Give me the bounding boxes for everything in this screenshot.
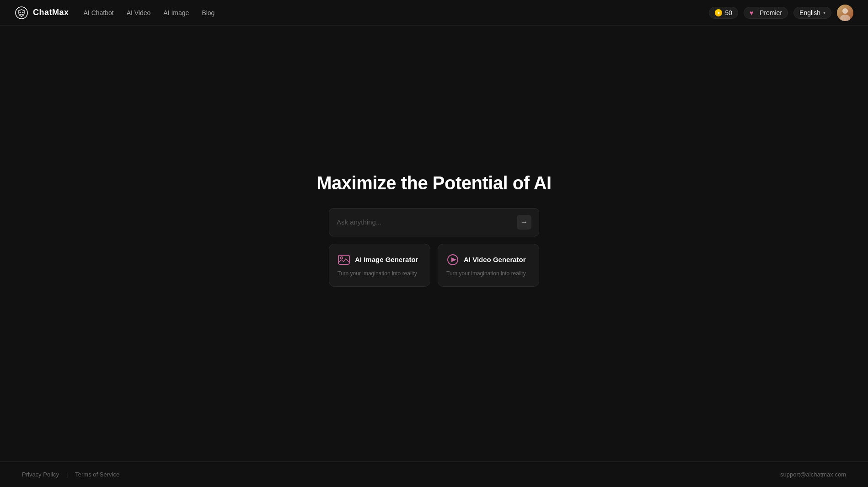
nav-links: AI Chatbot AI Video AI Image Blog [84, 9, 215, 16]
nav-link-ai-chatbot[interactable]: AI Chatbot [84, 9, 114, 16]
navbar-right: ● 50 ♥ Premier English ▾ [709, 5, 853, 21]
ai-image-generator-subtitle: Turn your imagination into reality [338, 270, 422, 278]
terms-of-service-link[interactable]: Terms of Service [75, 471, 119, 478]
svg-point-0 [16, 7, 27, 19]
credits-badge[interactable]: ● 50 [709, 7, 738, 19]
ai-video-generator-card[interactable]: AI Video Generator Turn your imagination… [438, 244, 539, 287]
support-email: support@aichatmax.com [780, 471, 846, 478]
footer-links: Privacy Policy | Terms of Service [22, 471, 119, 478]
search-submit-button[interactable]: → [517, 215, 531, 230]
coin-icon: ● [715, 9, 722, 16]
hero-title: Maximize the Potential of AI [316, 173, 551, 193]
chevron-down-icon: ▾ [823, 10, 825, 15]
logo-text: ChatMax [33, 8, 69, 17]
card-header: AI Image Generator [338, 253, 422, 266]
svg-point-1 [20, 11, 21, 13]
nav-link-ai-video[interactable]: AI Video [127, 9, 151, 16]
avatar[interactable] [837, 5, 853, 21]
svg-point-2 [22, 11, 24, 13]
logo-icon [15, 6, 28, 20]
ai-video-generator-title: AI Video Generator [464, 256, 526, 263]
search-input[interactable] [337, 218, 511, 226]
premier-label: Premier [760, 9, 782, 16]
svg-point-3 [842, 8, 848, 14]
navbar: ChatMax AI Chatbot AI Video AI Image Blo… [0, 0, 868, 26]
svg-point-6 [341, 257, 343, 259]
arrow-right-icon: → [520, 218, 528, 226]
ai-image-generator-title: AI Image Generator [355, 256, 418, 263]
footer-divider: | [66, 471, 68, 478]
ai-image-generator-card[interactable]: AI Image Generator Turn your imagination… [329, 244, 430, 287]
nav-link-ai-image[interactable]: AI Image [163, 9, 189, 16]
ai-video-generator-subtitle: Turn your imagination into reality [446, 270, 530, 278]
language-selector[interactable]: English ▾ [793, 7, 831, 19]
premier-badge[interactable]: ♥ Premier [744, 7, 788, 19]
credits-amount: 50 [725, 9, 732, 16]
svg-marker-8 [451, 257, 456, 262]
navbar-left: ChatMax AI Chatbot AI Video AI Image Blo… [15, 6, 214, 20]
video-generator-icon [446, 253, 459, 266]
search-box: → [329, 208, 539, 236]
avatar-icon [837, 5, 853, 21]
cards-container: AI Image Generator Turn your imagination… [329, 244, 539, 287]
privacy-policy-link[interactable]: Privacy Policy [22, 471, 59, 478]
card-header: AI Video Generator [446, 253, 530, 266]
svg-point-4 [840, 15, 850, 21]
search-container: → [329, 208, 539, 236]
heart-icon: ♥ [750, 9, 757, 16]
footer: Privacy Policy | Terms of Service suppor… [0, 461, 868, 487]
image-generator-icon [338, 253, 350, 266]
logo[interactable]: ChatMax [15, 6, 69, 20]
nav-link-blog[interactable]: Blog [202, 9, 214, 16]
language-label: English [799, 9, 820, 16]
svg-rect-5 [338, 255, 349, 264]
main-content: Maximize the Potential of AI → AI Image … [0, 0, 868, 461]
